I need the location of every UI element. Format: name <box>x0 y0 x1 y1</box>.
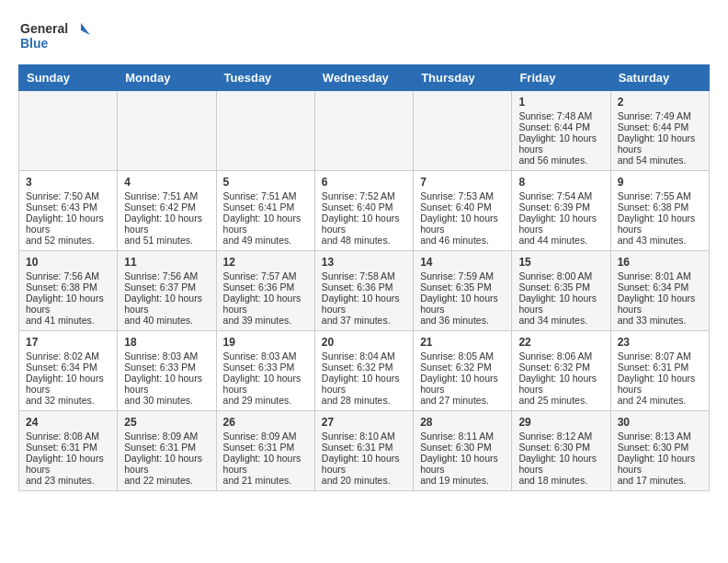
calendar-cell <box>414 91 512 171</box>
day-number: 5 <box>223 176 308 189</box>
daylight-label: Daylight: 10 hours hours <box>124 453 202 475</box>
daylight-label: Daylight: 10 hours hours <box>618 293 696 315</box>
weekday-header-thursday: Thursday <box>414 65 512 91</box>
calendar-cell: 18Sunrise: 8:03 AMSunset: 6:33 PMDayligh… <box>118 331 216 411</box>
calendar-cell: 17Sunrise: 8:02 AMSunset: 6:34 PMDayligh… <box>19 331 118 411</box>
daylight-label: Daylight: 10 hours hours <box>518 213 597 235</box>
calendar-cell: 23Sunrise: 8:07 AMSunset: 6:31 PMDayligh… <box>610 331 709 411</box>
calendar-cell <box>19 91 118 171</box>
day-number: 15 <box>518 256 603 269</box>
daylight-minutes: and 27 minutes. <box>420 395 489 406</box>
day-number: 3 <box>26 176 110 189</box>
daylight-minutes: and 19 minutes. <box>420 475 489 486</box>
day-number: 6 <box>322 176 406 189</box>
daylight-label: Daylight: 10 hours hours <box>420 293 498 315</box>
day-number: 7 <box>420 176 505 189</box>
day-number: 8 <box>518 176 603 189</box>
calendar-cell: 26Sunrise: 8:09 AMSunset: 6:31 PMDayligh… <box>216 411 314 491</box>
daylight-label: Daylight: 10 hours hours <box>26 293 104 315</box>
calendar-cell: 3Sunrise: 7:50 AMSunset: 6:43 PMDaylight… <box>19 171 118 251</box>
daylight-minutes: and 18 minutes. <box>518 475 587 486</box>
calendar-cell: 30Sunrise: 8:13 AMSunset: 6:30 PMDayligh… <box>610 411 709 491</box>
daylight-minutes: and 52 minutes. <box>26 235 95 246</box>
day-number: 13 <box>322 256 406 269</box>
day-number: 17 <box>26 336 110 349</box>
calendar-cell: 24Sunrise: 8:08 AMSunset: 6:31 PMDayligh… <box>19 411 118 491</box>
daylight-minutes: and 28 minutes. <box>322 395 391 406</box>
daylight-label: Daylight: 10 hours hours <box>322 213 400 235</box>
svg-text:Blue: Blue <box>20 36 49 51</box>
weekday-header-friday: Friday <box>512 65 610 91</box>
day-number: 4 <box>124 176 209 189</box>
daylight-minutes: and 44 minutes. <box>518 235 587 246</box>
day-number: 11 <box>124 256 209 269</box>
day-number: 30 <box>618 416 702 429</box>
calendar-cell: 9Sunrise: 7:55 AMSunset: 6:38 PMDaylight… <box>610 171 709 251</box>
calendar-cell: 12Sunrise: 7:57 AMSunset: 6:36 PMDayligh… <box>216 251 314 331</box>
daylight-label: Daylight: 10 hours hours <box>26 373 104 395</box>
calendar-week-2: 3Sunrise: 7:50 AMSunset: 6:43 PMDaylight… <box>19 171 710 251</box>
daylight-label: Daylight: 10 hours hours <box>223 293 301 315</box>
daylight-minutes: and 30 minutes. <box>124 395 193 406</box>
weekday-header-sunday: Sunday <box>19 65 118 91</box>
weekday-header-saturday: Saturday <box>610 65 709 91</box>
calendar-cell: 27Sunrise: 8:10 AMSunset: 6:31 PMDayligh… <box>314 411 413 491</box>
calendar-week-1: 1Sunrise: 7:48 AMSunset: 6:44 PMDaylight… <box>19 91 710 171</box>
day-number: 1 <box>518 96 603 109</box>
daylight-label: Daylight: 10 hours hours <box>618 453 696 475</box>
daylight-label: Daylight: 10 hours hours <box>518 453 597 475</box>
calendar-cell: 16Sunrise: 8:01 AMSunset: 6:34 PMDayligh… <box>610 251 709 331</box>
daylight-minutes: and 49 minutes. <box>223 235 292 246</box>
calendar-cell: 14Sunrise: 7:59 AMSunset: 6:35 PMDayligh… <box>414 251 512 331</box>
daylight-minutes: and 51 minutes. <box>124 235 193 246</box>
calendar-table: SundayMondayTuesdayWednesdayThursdayFrid… <box>18 64 710 491</box>
logo-svg: General Blue <box>18 18 92 55</box>
day-number: 16 <box>618 256 702 269</box>
calendar-cell: 28Sunrise: 8:11 AMSunset: 6:30 PMDayligh… <box>414 411 512 491</box>
calendar-cell: 20Sunrise: 8:04 AMSunset: 6:32 PMDayligh… <box>314 331 413 411</box>
calendar-cell: 11Sunrise: 7:56 AMSunset: 6:37 PMDayligh… <box>118 251 216 331</box>
daylight-minutes: and 22 minutes. <box>124 475 193 486</box>
day-number: 19 <box>223 336 308 349</box>
logo: General Blue <box>18 18 92 55</box>
day-number: 23 <box>618 336 702 349</box>
daylight-minutes: and 54 minutes. <box>618 155 687 166</box>
daylight-label: Daylight: 10 hours hours <box>518 293 597 315</box>
daylight-minutes: and 29 minutes. <box>223 395 292 406</box>
daylight-minutes: and 33 minutes. <box>618 315 687 326</box>
svg-marker-2 <box>81 23 90 35</box>
daylight-minutes: and 25 minutes. <box>518 395 587 406</box>
svg-text:General: General <box>20 21 68 36</box>
day-number: 12 <box>223 256 308 269</box>
calendar-cell <box>216 91 314 171</box>
daylight-label: Daylight: 10 hours hours <box>223 213 301 235</box>
calendar-cell: 8Sunrise: 7:54 AMSunset: 6:39 PMDaylight… <box>512 171 610 251</box>
daylight-minutes: and 46 minutes. <box>420 235 489 246</box>
daylight-minutes: and 56 minutes. <box>518 155 587 166</box>
daylight-label: Daylight: 10 hours hours <box>518 132 597 155</box>
day-number: 29 <box>518 416 603 429</box>
daylight-minutes: and 43 minutes. <box>618 235 687 246</box>
daylight-label: Daylight: 10 hours hours <box>420 213 498 235</box>
day-number: 25 <box>124 416 209 429</box>
day-number: 10 <box>26 256 110 269</box>
day-number: 24 <box>26 416 110 429</box>
calendar-week-5: 24Sunrise: 8:08 AMSunset: 6:31 PMDayligh… <box>19 411 710 491</box>
daylight-label: Daylight: 10 hours hours <box>223 453 301 475</box>
daylight-label: Daylight: 10 hours hours <box>26 213 104 235</box>
daylight-label: Daylight: 10 hours hours <box>26 453 104 475</box>
calendar-cell: 2Sunrise: 7:49 AMSunset: 6:44 PMDaylight… <box>610 91 709 171</box>
daylight-minutes: and 23 minutes. <box>26 475 95 486</box>
daylight-label: Daylight: 10 hours hours <box>518 373 597 395</box>
daylight-minutes: and 20 minutes. <box>322 475 391 486</box>
daylight-minutes: and 32 minutes. <box>26 395 95 406</box>
calendar-cell: 5Sunrise: 7:51 AMSunset: 6:41 PMDaylight… <box>216 171 314 251</box>
calendar-cell: 6Sunrise: 7:52 AMSunset: 6:40 PMDaylight… <box>314 171 413 251</box>
day-number: 9 <box>618 176 702 189</box>
daylight-label: Daylight: 10 hours hours <box>322 293 400 315</box>
daylight-minutes: and 36 minutes. <box>420 315 489 326</box>
calendar-cell: 13Sunrise: 7:58 AMSunset: 6:36 PMDayligh… <box>314 251 413 331</box>
weekday-header-tuesday: Tuesday <box>216 65 314 91</box>
daylight-label: Daylight: 10 hours hours <box>124 213 202 235</box>
calendar-cell <box>314 91 413 171</box>
